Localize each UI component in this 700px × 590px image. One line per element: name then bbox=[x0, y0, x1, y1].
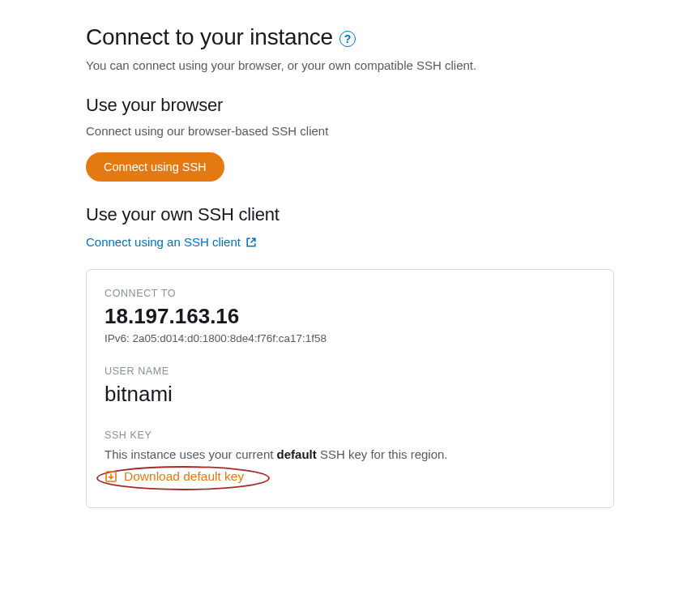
connection-panel: CONNECT TO 18.197.163.16 IPv6: 2a05:d014… bbox=[86, 269, 614, 508]
ssh-section-heading: Use your own SSH client bbox=[86, 204, 614, 225]
page-subtitle: You can connect using your browser, or y… bbox=[86, 58, 614, 72]
sshkey-text-post: SSH key for this region. bbox=[317, 447, 448, 461]
browser-section-desc: Connect using our browser-based SSH clie… bbox=[86, 124, 614, 138]
page-title-text: Connect to your instance bbox=[86, 24, 333, 50]
connect-ssh-button[interactable]: Connect using SSH bbox=[86, 152, 224, 182]
ipv6-address: IPv6: 2a05:d014:d0:1800:8de4:f76f:ca17:1… bbox=[105, 332, 595, 344]
sshkey-label: SSH KEY bbox=[105, 430, 595, 441]
username-label: USER NAME bbox=[105, 366, 595, 377]
download-default-key-link[interactable]: Download default key bbox=[105, 469, 244, 484]
ssh-client-link[interactable]: Connect using an SSH client bbox=[86, 235, 257, 249]
sshkey-text-pre: This instance uses your current bbox=[105, 447, 277, 461]
browser-section-heading: Use your browser bbox=[86, 95, 614, 116]
help-icon[interactable]: ? bbox=[339, 31, 356, 47]
download-link-label: Download default key bbox=[124, 469, 244, 484]
page-title: Connect to your instance ? bbox=[86, 24, 614, 50]
sshkey-text: This instance uses your current default … bbox=[105, 447, 595, 461]
sshkey-text-bold: default bbox=[277, 447, 317, 461]
ip-address: 18.197.163.16 bbox=[105, 304, 595, 329]
ssh-client-link-label: Connect using an SSH client bbox=[86, 235, 241, 249]
ipv6-prefix: IPv6: bbox=[105, 332, 133, 344]
username-value: bitnami bbox=[105, 382, 595, 407]
download-icon bbox=[105, 470, 117, 483]
ipv6-value: 2a05:d014:d0:1800:8de4:f76f:ca17:1f58 bbox=[133, 332, 327, 344]
external-link-icon bbox=[245, 237, 257, 248]
connect-to-label: CONNECT TO bbox=[105, 288, 595, 299]
